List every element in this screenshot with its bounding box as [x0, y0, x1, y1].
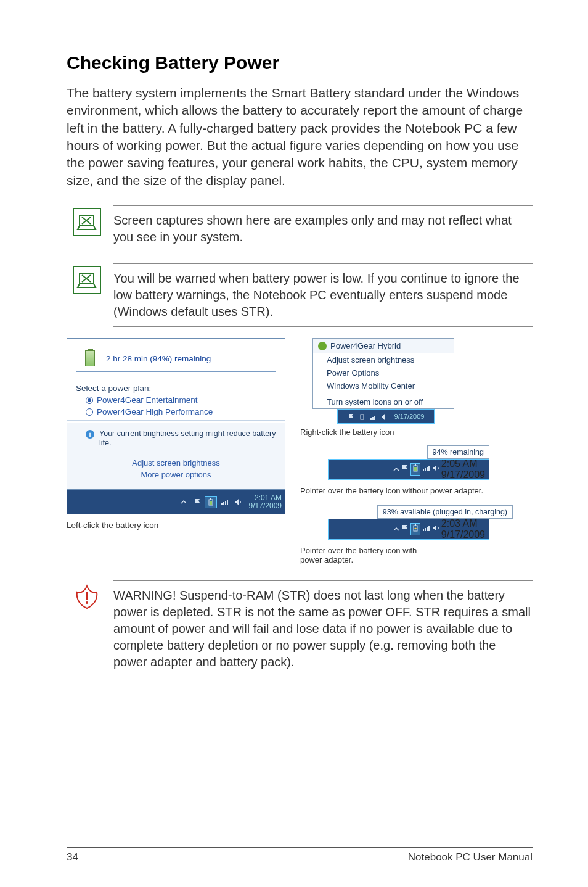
note-2: You will be warned when battery power is… [73, 263, 533, 327]
chevron-up-icon[interactable] [178, 496, 190, 508]
ctx-item-brightness[interactable]: Adjust screen brightness [313, 353, 454, 366]
ctx-separator [313, 394, 454, 394]
context-menu-header[interactable]: Power4Gear Hybrid [313, 339, 454, 353]
remaining-text: 2 hr 28 min (94%) remaining [106, 354, 211, 363]
network-icon[interactable] [422, 464, 430, 475]
note-icon [73, 208, 101, 236]
intro-paragraph: The battery system implements the Smart … [67, 85, 533, 189]
ctx-item-power-options[interactable]: Power Options [313, 366, 454, 379]
caption-right-2: Pointer over the battery icon without po… [300, 486, 533, 495]
svg-rect-2 [210, 501, 212, 505]
flag-icon [348, 412, 356, 421]
taskbar-right-2: 2:03 AM 9/17/2009 [328, 519, 489, 540]
volume-icon[interactable] [431, 464, 440, 475]
remaining-box: 2 hr 28 min (94%) remaining [76, 345, 276, 372]
volume-icon[interactable] [232, 496, 244, 508]
warning-icon [73, 583, 101, 611]
svg-rect-4 [362, 413, 362, 415]
figure-left: 2 hr 28 min (94%) remaining Select a pow… [67, 338, 285, 564]
tooltip-charging: 93% available (plugged in, charging) [377, 505, 513, 519]
warning-block: WARNING! Suspend-to-RAM (STR) does not l… [73, 580, 533, 677]
network-icon[interactable] [422, 524, 430, 535]
info-icon: i [86, 430, 94, 439]
ctx-item-mobility-center[interactable]: Windows Mobility Center [313, 379, 454, 392]
battery-tray-icon[interactable] [205, 496, 217, 508]
note-2-text: You will be warned when battery power is… [113, 263, 533, 327]
context-menu: Power4Gear Hybrid Adjust screen brightne… [312, 338, 454, 409]
caption-right-3-line2: power adapter. [300, 555, 533, 564]
svg-point-10 [86, 601, 88, 604]
divider [67, 377, 285, 377]
power4gear-icon [318, 342, 327, 350]
flag-icon[interactable] [401, 464, 409, 475]
flag-icon[interactable] [401, 524, 409, 535]
taskbar-right-1: 2:05 AM 9/17/2009 [328, 459, 489, 480]
warning-text: WARNING! Suspend-to-RAM (STR) does not l… [113, 580, 533, 677]
taskbar-left: 2:01 AM 9/17/2009 [67, 490, 285, 514]
tray-clock[interactable]: 2:01 AM 9/17/2009 [245, 494, 282, 510]
volume-icon [381, 412, 390, 421]
network-icon [370, 412, 378, 421]
tray-clock[interactable]: 2:05 AM 9/17/2009 [441, 458, 485, 481]
battery-charging-tray-icon[interactable] [410, 523, 420, 535]
link-more-power-options[interactable]: More power options [76, 469, 276, 481]
radio-icon [86, 408, 93, 416]
chevron-up-icon[interactable] [393, 524, 399, 535]
ctx-tail: 9/17/2009 [337, 409, 435, 424]
figures-row: 2 hr 28 min (94%) remaining Select a pow… [67, 338, 533, 564]
divider [67, 420, 285, 421]
flag-icon[interactable] [191, 496, 203, 508]
tray-date: 9/17/2009 [441, 469, 485, 481]
svg-rect-3 [361, 415, 364, 419]
caption-left: Left-click the battery icon [67, 521, 285, 530]
page-title: Checking Battery Power [67, 52, 533, 73]
figure-right: Power4Gear Hybrid Adjust screen brightne… [300, 338, 533, 564]
ctx-tail-date: 9/17/2009 [392, 413, 425, 420]
plan-option-2-label: Power4Gear High Performance [97, 407, 213, 416]
battery-icon [85, 350, 95, 366]
info-row: i Your current brightness setting might … [67, 423, 285, 452]
battery-icon [359, 412, 367, 421]
manual-label: Notebook PC User Manual [408, 851, 533, 864]
svg-rect-1 [210, 498, 211, 500]
page-footer: 34 Notebook PC User Manual [67, 847, 533, 864]
caption-right-3-line1: Pointer over the battery icon with [300, 546, 533, 555]
svg-rect-9 [415, 524, 416, 526]
power-popup: 2 hr 28 min (94%) remaining Select a pow… [67, 338, 285, 490]
tooltip-remaining: 94% remaining [427, 445, 489, 459]
svg-rect-6 [415, 464, 416, 466]
links-box: Adjust screen brightness More power opti… [67, 452, 285, 489]
tray-date: 9/17/2009 [249, 502, 282, 510]
context-menu-header-label: Power4Gear Hybrid [330, 341, 401, 350]
caption-right-1: Right-click the battery icon [300, 427, 533, 437]
note-1: Screen captures shown here are examples … [73, 205, 533, 252]
network-icon[interactable] [218, 496, 231, 508]
tray-time: 2:03 AM [441, 518, 485, 529]
plan-option-1-label: Power4Gear Entertainment [97, 395, 198, 405]
tray-clock[interactable]: 2:03 AM 9/17/2009 [441, 518, 485, 540]
chevron-up-icon[interactable] [393, 464, 399, 475]
plan-header: Select a power plan: [67, 380, 285, 394]
info-text: Your current brightness setting might re… [99, 429, 276, 448]
plan-option-2[interactable]: Power4Gear High Performance [67, 406, 285, 418]
ctx-item-system-icons[interactable]: Turn system icons on or off [313, 395, 454, 408]
tray-date: 9/17/2009 [441, 529, 485, 540]
battery-tray-icon[interactable] [410, 463, 420, 476]
page-number: 34 [67, 851, 78, 864]
note-1-text: Screen captures shown here are examples … [113, 205, 533, 252]
volume-icon[interactable] [431, 524, 440, 535]
svg-rect-7 [414, 467, 417, 471]
link-adjust-brightness[interactable]: Adjust screen brightness [76, 457, 276, 469]
tray-time: 2:05 AM [441, 458, 485, 469]
note-icon [73, 266, 101, 294]
plan-option-1[interactable]: Power4Gear Entertainment [67, 394, 285, 406]
radio-checked-icon [86, 397, 93, 404]
